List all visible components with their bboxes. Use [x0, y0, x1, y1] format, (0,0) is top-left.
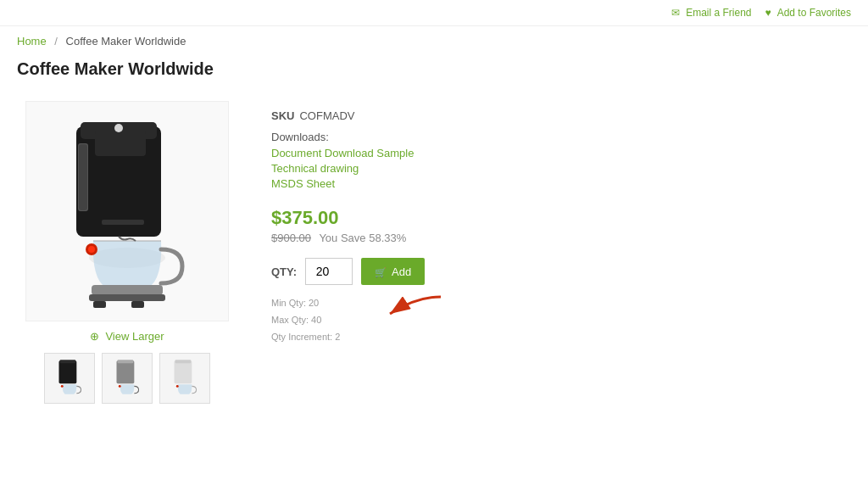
svg-rect-4 — [95, 131, 146, 156]
svg-point-8 — [88, 246, 95, 253]
qty-increment: Qty Increment: 2 — [271, 329, 851, 346]
thumbnails — [44, 353, 210, 404]
view-larger-label: View Larger — [105, 330, 164, 343]
svg-point-13 — [114, 124, 123, 132]
max-qty: Max Qty: 40 — [271, 312, 851, 329]
thumbnail-1[interactable] — [44, 353, 95, 404]
thumbnail-2[interactable] — [102, 353, 153, 404]
breadcrumb-home[interactable]: Home — [17, 35, 47, 47]
you-save: You Save 58.33% — [319, 232, 406, 244]
svg-rect-18 — [118, 360, 134, 363]
add-to-cart-button[interactable]: Add — [361, 258, 425, 285]
thumbnail-3[interactable] — [159, 353, 210, 404]
download-link-3[interactable]: MSDS Sheet — [271, 177, 851, 190]
current-price: $375.00 — [271, 207, 851, 229]
downloads-label: Downloads: — [271, 131, 851, 143]
svg-rect-9 — [89, 294, 165, 301]
breadcrumb-separator: / — [54, 35, 58, 47]
svg-rect-6 — [92, 285, 163, 295]
svg-point-19 — [119, 385, 121, 388]
add-favorites-label: Add to Favorites — [777, 7, 851, 19]
page-title: Coffee Maker Worldwide — [0, 56, 868, 92]
min-qty: Min Qty: 20 — [271, 295, 851, 312]
email-icon — [671, 7, 682, 19]
svg-rect-11 — [131, 301, 144, 308]
qty-input[interactable] — [305, 258, 353, 285]
view-larger-link[interactable]: View Larger — [90, 330, 164, 343]
main-product-image — [25, 101, 229, 321]
original-price: $900.00 — [271, 232, 311, 244]
cart-icon — [375, 265, 387, 278]
original-price-line: $900.00 You Save 58.33% — [271, 232, 851, 244]
breadcrumb-current: Coffee Maker Worldwide — [66, 35, 186, 47]
svg-rect-10 — [93, 301, 106, 308]
download-link-1[interactable]: Document Download Sample — [271, 147, 851, 159]
svg-rect-20 — [175, 360, 192, 383]
svg-rect-17 — [117, 360, 135, 383]
top-bar: Email a Friend Add to Favorites — [0, 0, 868, 26]
product-area: View Larger — [0, 92, 868, 429]
add-button-label: Add — [392, 265, 411, 278]
svg-rect-21 — [175, 360, 192, 363]
svg-rect-14 — [59, 360, 77, 383]
qty-label: QTY: — [271, 265, 297, 278]
breadcrumb: Home / Coffee Maker Worldwide — [0, 26, 868, 56]
product-details: SKUCOFMADV Downloads: Document Download … — [271, 101, 851, 404]
sku-line: SKUCOFMADV — [271, 109, 851, 122]
add-favorites-link[interactable]: Add to Favorites — [765, 7, 852, 19]
svg-rect-12 — [102, 220, 144, 225]
qty-section: QTY: Add — [271, 258, 851, 285]
email-friend-link[interactable]: Email a Friend — [671, 7, 751, 19]
heart-icon — [765, 7, 774, 19]
sku-value: COFMADV — [299, 109, 354, 122]
download-link-2[interactable]: Technical drawing — [271, 162, 851, 175]
email-friend-label: Email a Friend — [686, 7, 751, 19]
product-image-svg — [42, 109, 212, 313]
svg-point-16 — [61, 385, 64, 388]
product-image-section: View Larger — [17, 101, 237, 404]
svg-rect-3 — [79, 144, 87, 210]
magnify-icon — [90, 330, 102, 343]
downloads-section: Downloads: Document Download Sample Tech… — [271, 131, 851, 190]
svg-rect-15 — [60, 360, 76, 363]
sku-label: SKU — [271, 109, 294, 122]
qty-constraints: Min Qty: 20 Max Qty: 40 Qty Increment: 2 — [271, 295, 851, 345]
price-section: $375.00 $900.00 You Save 58.33% — [271, 207, 851, 244]
svg-point-22 — [176, 385, 179, 388]
